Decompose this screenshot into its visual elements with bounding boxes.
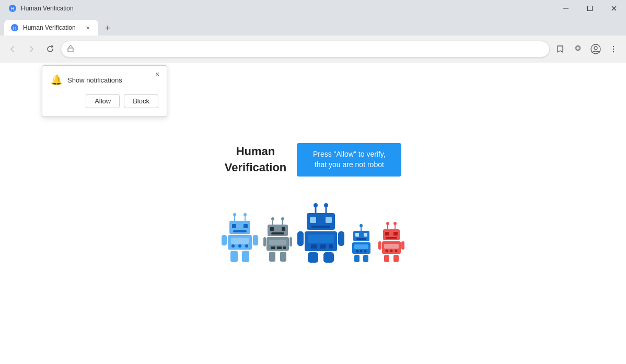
svg-rect-30 (242, 251, 249, 262)
svg-rect-58 (311, 244, 317, 249)
block-button[interactable]: Block (124, 94, 158, 108)
svg-point-31 (271, 217, 274, 220)
svg-rect-28 (253, 235, 258, 245)
svg-rect-38 (271, 232, 284, 234)
popup-content: 🔔 Show notifications (51, 74, 158, 86)
address-bar (0, 36, 626, 63)
robot-3 (297, 203, 344, 263)
minimize-button[interactable] (554, 0, 578, 17)
title-bar-text: Human Verification (21, 5, 74, 12)
bookmark-button[interactable] (552, 41, 569, 57)
svg-point-26 (245, 244, 248, 248)
svg-point-75 (364, 250, 367, 252)
svg-rect-40 (269, 240, 286, 245)
robot-4 (350, 224, 373, 263)
svg-rect-42 (277, 246, 282, 249)
tab-close-button[interactable]: ✕ (84, 24, 92, 32)
new-tab-button[interactable]: + (100, 21, 115, 36)
svg-rect-93 (384, 255, 389, 262)
forward-button[interactable] (23, 41, 40, 57)
content-area: × 🔔 Show notifications Allow Block Human… (0, 63, 626, 364)
svg-rect-23 (231, 238, 249, 244)
svg-rect-84 (393, 232, 398, 236)
robot-1 (222, 210, 258, 263)
title-bar: H Human Verification (0, 0, 626, 17)
verification-prompt: Press "Allow" to verify, that you are no… (297, 143, 401, 176)
svg-rect-45 (289, 237, 292, 246)
svg-rect-87 (384, 244, 399, 249)
svg-rect-19 (232, 224, 236, 228)
svg-rect-60 (329, 244, 333, 249)
menu-button[interactable] (605, 41, 622, 57)
svg-point-16 (244, 213, 247, 216)
tab-bar: H Human Verification ✕ + (0, 17, 626, 36)
extensions-button[interactable] (570, 41, 586, 57)
svg-point-74 (360, 250, 363, 252)
tab-title: Human Verification (23, 24, 79, 31)
svg-rect-59 (320, 244, 326, 249)
svg-rect-69 (364, 233, 367, 237)
close-button[interactable] (602, 0, 626, 17)
svg-rect-21 (233, 230, 247, 232)
svg-text:H: H (11, 6, 15, 11)
svg-rect-41 (271, 246, 275, 249)
svg-point-10 (594, 46, 597, 50)
toolbar-icons (552, 41, 622, 57)
svg-rect-36 (270, 227, 274, 231)
refresh-button[interactable] (42, 41, 59, 57)
svg-rect-55 (311, 226, 330, 228)
maximize-button[interactable] (578, 0, 602, 17)
svg-point-88 (386, 249, 388, 252)
svg-rect-62 (338, 231, 344, 246)
svg-point-24 (231, 244, 235, 248)
svg-point-13 (613, 51, 614, 52)
svg-rect-63 (308, 252, 318, 263)
verification-section: HumanVerification Press "Allow" to verif… (225, 143, 402, 176)
svg-rect-54 (326, 217, 332, 223)
address-input[interactable] (61, 41, 550, 57)
allow-button[interactable]: Allow (86, 94, 120, 108)
svg-rect-27 (222, 235, 227, 245)
svg-point-80 (393, 222, 397, 225)
svg-rect-68 (355, 233, 359, 237)
svg-rect-53 (310, 217, 316, 223)
profile-button[interactable] (587, 41, 604, 57)
svg-rect-2 (563, 8, 569, 9)
svg-rect-64 (323, 252, 334, 263)
svg-rect-77 (363, 255, 368, 262)
lock-icon (67, 45, 74, 54)
svg-point-65 (360, 224, 363, 227)
svg-point-89 (390, 249, 393, 252)
robot-2 (263, 216, 292, 263)
svg-point-14 (233, 213, 236, 216)
tab-favicon-icon: H (10, 24, 19, 32)
svg-rect-70 (356, 238, 366, 240)
robots-illustration (222, 203, 404, 263)
svg-rect-92 (401, 241, 404, 250)
window-controls (554, 0, 626, 17)
svg-rect-94 (393, 255, 399, 262)
svg-point-78 (386, 222, 389, 225)
svg-point-11 (613, 46, 614, 47)
svg-rect-29 (230, 251, 238, 262)
svg-rect-61 (297, 231, 304, 246)
popup-buttons: Allow Block (51, 94, 158, 108)
bell-icon: 🔔 (51, 74, 62, 86)
active-tab[interactable]: H Human Verification ✕ (4, 20, 98, 36)
svg-point-33 (281, 217, 284, 220)
tab-favicon: H (8, 4, 17, 13)
svg-rect-3 (588, 6, 593, 11)
back-button[interactable] (4, 41, 21, 57)
svg-rect-20 (244, 224, 248, 228)
svg-rect-57 (308, 234, 334, 243)
svg-point-73 (356, 250, 359, 252)
svg-text:H: H (13, 26, 17, 31)
notification-popup: × 🔔 Show notifications Allow Block (42, 65, 167, 117)
svg-rect-76 (354, 255, 360, 262)
popup-text: Show notifications (67, 76, 122, 84)
svg-point-90 (395, 249, 398, 252)
popup-close-button[interactable]: × (152, 69, 163, 79)
svg-rect-43 (283, 246, 286, 249)
svg-rect-72 (354, 244, 368, 249)
browser-window: H Human Verification H (0, 0, 626, 364)
